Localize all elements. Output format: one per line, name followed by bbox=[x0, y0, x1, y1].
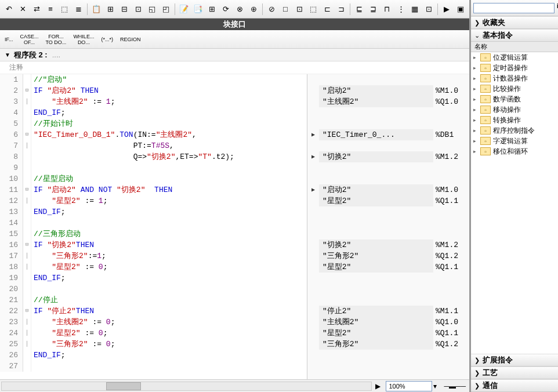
search-input[interactable] bbox=[473, 3, 555, 13]
toolbar-button[interactable]: ⇄ bbox=[30, 3, 43, 16]
toolbar-button[interactable]: ⊒ bbox=[367, 3, 379, 16]
code-text[interactable]: PT:=T#5S, bbox=[31, 140, 307, 151]
toolbar-button[interactable]: ⊐ bbox=[335, 3, 347, 16]
toolbar-button[interactable]: ⊡ bbox=[422, 3, 435, 16]
code-line[interactable]: 7│ PT:=T#5S, bbox=[0, 140, 307, 151]
toolbar-button[interactable]: ≣ bbox=[72, 3, 85, 16]
toolbar-button[interactable]: ⊟ bbox=[118, 3, 131, 16]
code-text[interactable] bbox=[31, 361, 307, 372]
code-line[interactable]: 21//停止 bbox=[0, 295, 307, 306]
code-text[interactable]: END_IF; bbox=[31, 273, 307, 284]
toolbar-button[interactable]: ⊓ bbox=[381, 3, 393, 16]
toolbar-button[interactable]: ⊡ bbox=[293, 3, 306, 16]
tree-item[interactable]: ▸▫程序控制指令 bbox=[471, 125, 558, 136]
toolbar-button[interactable]: ⊞ bbox=[104, 3, 117, 16]
code-text[interactable]: "星型2" := 0; bbox=[31, 328, 307, 339]
toolbar-button[interactable]: ◰ bbox=[160, 3, 172, 16]
tree-item[interactable]: ▸▫计数器操作 bbox=[471, 73, 558, 84]
toolbar-button[interactable]: ⊏ bbox=[321, 3, 334, 16]
toolbar-button[interactable]: ▶ bbox=[440, 3, 453, 16]
fold-toggle[interactable]: ⊟ bbox=[23, 184, 31, 195]
fold-toggle[interactable]: ⊟ bbox=[23, 306, 31, 317]
snippet-button[interactable]: IF... bbox=[2, 35, 16, 43]
toolbar-button[interactable]: ◱ bbox=[146, 3, 158, 16]
scroll-right-icon[interactable]: ▶ bbox=[373, 382, 382, 390]
xref-row[interactable]: "主线圈2"%Q1.0 bbox=[307, 96, 469, 107]
snippet-button[interactable]: REGION bbox=[118, 35, 143, 43]
zoom-dropdown-icon[interactable]: ▾ bbox=[433, 382, 437, 390]
snippet-button[interactable]: (*...*) bbox=[99, 35, 115, 43]
toolbar-button[interactable]: ▣ bbox=[454, 3, 467, 16]
toolbar-button[interactable]: ↶ bbox=[2, 3, 15, 16]
tree-item[interactable]: ▸▫比较操作 bbox=[471, 84, 558, 94]
xref-row[interactable]: "主线圈2"%Q1.0 bbox=[307, 317, 469, 328]
code-line[interactable]: 16⊟IF "切换2"THEN bbox=[0, 239, 307, 251]
toolbar-button[interactable]: ⊞ bbox=[205, 3, 218, 16]
code-line[interactable]: 25│ "三角形2" := 0; bbox=[0, 339, 307, 350]
favorites-header[interactable]: ❯ 收藏夹 bbox=[471, 16, 558, 29]
code-text[interactable]: END_IF; bbox=[31, 206, 307, 217]
code-line[interactable]: 13END_IF; bbox=[0, 206, 307, 217]
code-text[interactable] bbox=[31, 217, 307, 228]
extended-instructions-header[interactable]: ❯ 扩展指令 bbox=[471, 354, 558, 366]
toolbar-button[interactable]: ⬚ bbox=[307, 3, 320, 16]
code-text[interactable]: END_IF; bbox=[31, 350, 307, 361]
toolbar-button[interactable]: 📝 bbox=[177, 3, 190, 16]
code-line[interactable]: 18│ "星型2" := 0; bbox=[0, 262, 307, 273]
fold-toggle[interactable]: ⊟ bbox=[23, 85, 31, 96]
code-line[interactable]: 4END_IF; bbox=[0, 107, 307, 118]
code-text[interactable]: "三角形2":=1; bbox=[31, 251, 307, 262]
code-line[interactable]: 14 bbox=[0, 217, 307, 228]
zoom-input[interactable] bbox=[386, 381, 432, 391]
xref-row[interactable]: "星型2"%Q1.1 bbox=[307, 195, 469, 206]
snippet-button[interactable]: WHILE...DO... bbox=[71, 32, 96, 46]
code-line[interactable]: 10//星型启动 bbox=[0, 173, 307, 184]
xref-row[interactable]: "三角形2"%Q1.2 bbox=[307, 251, 469, 262]
technology-header[interactable]: ❯ 工艺 bbox=[471, 366, 558, 379]
toolbar-button[interactable]: ⊗ bbox=[233, 3, 246, 16]
toolbar-button[interactable]: ⊕ bbox=[247, 3, 260, 16]
code-text[interactable]: IF "切换2"THEN bbox=[31, 239, 307, 251]
zoom-slider-handle-icon[interactable]: ─▬── bbox=[444, 382, 466, 390]
xref-row[interactable]: "星型2"%Q1.1 bbox=[307, 328, 469, 339]
scroll-thumb[interactable] bbox=[106, 382, 141, 390]
xref-row[interactable]: "星型2"%Q1.1 bbox=[307, 262, 469, 273]
code-text[interactable]: "IEC_Timer_0_DB_1".TON(IN:="主线圈2", bbox=[31, 129, 307, 140]
code-line[interactable]: 12│ "星型2" := 1; bbox=[0, 195, 307, 206]
fold-toggle[interactable]: ⊟ bbox=[23, 129, 31, 140]
xref-row[interactable]: "切换2"%M1.2 bbox=[307, 239, 469, 251]
tree-item[interactable]: ▸▫定时器操作 bbox=[471, 63, 558, 73]
xref-row[interactable]: "启动2"%M1.0 bbox=[307, 85, 469, 96]
comment-row[interactable]: 注释 bbox=[0, 61, 469, 74]
code-line[interactable]: 17│ "三角形2":=1; bbox=[0, 251, 307, 262]
code-line[interactable]: 26END_IF; bbox=[0, 350, 307, 361]
code-text[interactable]: IF "启动2" THEN bbox=[31, 85, 307, 96]
code-line[interactable]: 9 bbox=[0, 162, 307, 173]
tree-item[interactable]: ▸▫移动操作 bbox=[471, 104, 558, 115]
code-text[interactable]: Q=>"切换2",ET=>"T".t2); bbox=[31, 151, 307, 162]
snippet-button[interactable]: FOR...TO DO... bbox=[44, 32, 69, 46]
tree-item[interactable]: ▸▫字逻辑运算 bbox=[471, 136, 558, 146]
code-line[interactable]: 6⊟"IEC_Timer_0_DB_1".TON(IN:="主线圈2", bbox=[0, 129, 307, 140]
code-text[interactable]: IF "停止2"THEN bbox=[31, 306, 307, 317]
horizontal-scrollbar[interactable] bbox=[1, 382, 372, 391]
network-header[interactable]: ▼ 程序段 2 : .... bbox=[0, 49, 469, 61]
code-text[interactable]: //"启动" bbox=[31, 74, 307, 85]
code-text[interactable]: "主线圈2" := 0; bbox=[31, 317, 307, 328]
toolbar-button[interactable]: ▦ bbox=[408, 3, 421, 16]
code-text[interactable]: //三角形启动 bbox=[31, 228, 307, 239]
toolbar-button[interactable]: ⊑ bbox=[353, 3, 365, 16]
code-line[interactable]: 23│ "主线圈2" := 0; bbox=[0, 317, 307, 328]
code-line[interactable]: 24│ "星型2" := 0; bbox=[0, 328, 307, 339]
code-line[interactable]: 3│ "主线圈2" := 1; bbox=[0, 96, 307, 107]
toolbar-button[interactable]: ⋮ bbox=[394, 3, 407, 16]
code-text[interactable]: "星型2" := 1; bbox=[31, 195, 307, 206]
toolbar-button[interactable]: ✕ bbox=[16, 3, 29, 16]
code-text[interactable] bbox=[31, 284, 307, 295]
toolbar-button[interactable]: □ bbox=[279, 3, 292, 16]
code-line[interactable]: 22⊟IF "停止2"THEN bbox=[0, 306, 307, 317]
code-text[interactable]: //开始计时 bbox=[31, 118, 307, 129]
snippet-button[interactable]: CASE...OF... bbox=[18, 32, 41, 46]
toolbar-button[interactable]: ⊘ bbox=[265, 3, 278, 16]
code-text[interactable]: END_IF; bbox=[31, 107, 307, 118]
